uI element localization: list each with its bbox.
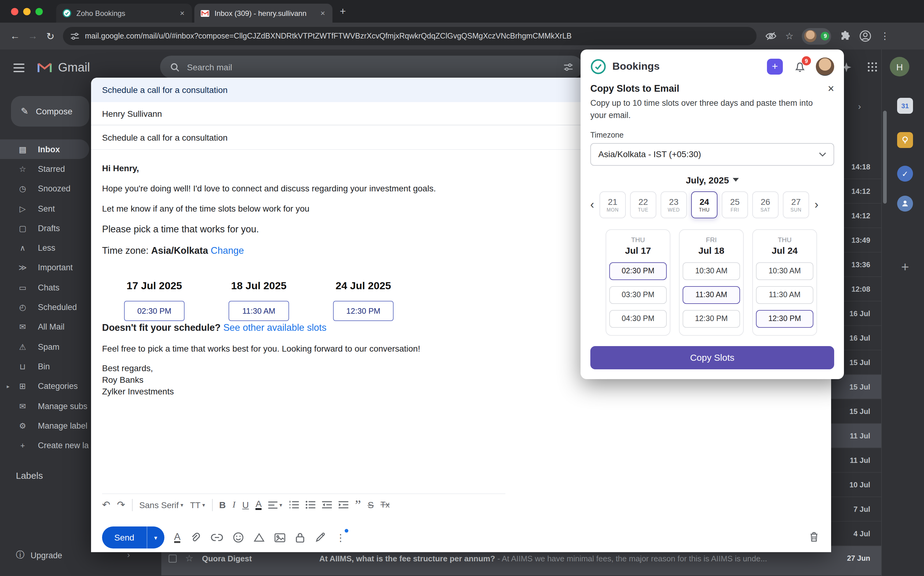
formatting-options-icon[interactable]: A xyxy=(174,532,180,543)
tab-zoho-bookings[interactable]: Zoho Bookings × xyxy=(56,4,192,22)
close-panel-icon[interactable]: × xyxy=(828,85,834,93)
discard-draft-icon[interactable] xyxy=(809,531,819,542)
quote-icon[interactable]: ” xyxy=(355,501,361,509)
week-day-27[interactable]: 27SUN xyxy=(783,191,809,218)
sidebar-item-sent[interactable]: ▷Sent xyxy=(0,199,93,219)
sidebar-item-categories[interactable]: ▸⊞Categories xyxy=(0,376,93,396)
contacts-icon[interactable] xyxy=(897,196,913,211)
attach-file-icon[interactable] xyxy=(190,532,201,543)
user-avatar[interactable] xyxy=(816,58,834,76)
underline-icon[interactable]: U xyxy=(242,499,249,510)
sidebar-item-starred[interactable]: ☆Starred xyxy=(0,159,93,179)
change-timezone-link[interactable]: Change xyxy=(211,245,244,256)
italic-icon[interactable]: I xyxy=(233,499,236,510)
time-slot-button[interactable]: 11:30 AM xyxy=(756,286,813,304)
font-size-selector[interactable]: TT▾ xyxy=(190,500,205,510)
bold-icon[interactable]: B xyxy=(219,499,226,510)
align-icon[interactable]: ▾ xyxy=(268,501,282,509)
scrollbar[interactable] xyxy=(883,111,887,203)
time-slot-button[interactable]: 10:30 AM xyxy=(756,262,813,280)
signature-pen-icon[interactable] xyxy=(315,532,326,543)
numbered-list-icon[interactable] xyxy=(289,501,299,509)
browser-menu-icon[interactable]: ⋮ xyxy=(880,30,889,42)
time-slot-button[interactable]: 12:30 PM xyxy=(683,310,740,328)
copy-slots-button[interactable]: Copy Slots xyxy=(590,346,834,369)
week-day-26[interactable]: 26SAT xyxy=(752,191,779,218)
insert-drive-icon[interactable] xyxy=(254,533,265,542)
week-day-25[interactable]: 25FRI xyxy=(722,191,748,218)
insert-emoji-icon[interactable] xyxy=(233,532,244,543)
get-addons-icon[interactable]: + xyxy=(897,259,913,275)
time-slot-button[interactable]: 11:30 AM xyxy=(683,286,740,304)
undo-icon[interactable]: ↶ xyxy=(102,499,110,510)
close-tab-icon[interactable]: × xyxy=(319,8,326,18)
slot-time-button[interactable]: 12:30 PM xyxy=(333,301,394,321)
main-menu-icon[interactable] xyxy=(13,64,24,72)
week-day-23[interactable]: 23WED xyxy=(661,191,687,218)
browser-profile-icon[interactable] xyxy=(860,30,872,42)
sidebar-item-create-new-la[interactable]: +Create new la xyxy=(0,436,93,456)
extensions-puzzle-icon[interactable] xyxy=(840,30,851,42)
insert-link-icon[interactable] xyxy=(211,534,223,541)
remove-formatting-icon[interactable]: Tx xyxy=(380,500,389,509)
tasks-icon[interactable]: ✓ xyxy=(897,166,913,182)
slot-time-button[interactable]: 11:30 AM xyxy=(228,301,289,321)
email-checkbox[interactable] xyxy=(169,554,177,562)
calendar-icon[interactable]: 31 xyxy=(897,98,913,114)
font-family-selector[interactable]: Sans Serif▾ xyxy=(139,500,184,510)
expand-caret-icon[interactable]: ▸ xyxy=(7,383,10,389)
indent-less-icon[interactable] xyxy=(322,501,332,509)
month-selector[interactable]: July, 2025 xyxy=(581,174,844,185)
gmail-compose-button[interactable]: ✎ Compose xyxy=(11,96,89,126)
search-input[interactable]: Search mail xyxy=(160,56,583,78)
redo-icon[interactable]: ↷ xyxy=(117,499,125,510)
slot-time-button[interactable]: 02:30 PM xyxy=(124,301,185,321)
upgrade-button[interactable]: ⓘ Upgrade xyxy=(16,550,62,561)
next-week-icon[interactable]: › xyxy=(812,198,821,211)
sidebar-item-snoozed[interactable]: ◷Snoozed xyxy=(0,179,93,199)
sidebar-item-less[interactable]: ∧Less xyxy=(0,238,93,258)
sidebar-item-drafts[interactable]: ▢Drafts xyxy=(0,218,93,238)
bookmark-star-icon[interactable]: ☆ xyxy=(785,30,793,42)
forward-button[interactable]: → xyxy=(24,30,41,42)
confidential-lock-icon[interactable] xyxy=(295,532,305,543)
email-star-icon[interactable]: ☆ xyxy=(185,553,193,564)
see-other-slots-link[interactable]: See other available slots xyxy=(223,322,327,333)
previous-week-icon[interactable]: ‹ xyxy=(588,198,597,211)
time-slot-button[interactable]: 02:30 PM xyxy=(609,262,667,280)
sidebar-item-spam[interactable]: ⚠Spam xyxy=(0,337,93,357)
strikethrough-icon[interactable]: S xyxy=(368,499,374,510)
tracking-protection-eye-icon[interactable] xyxy=(765,31,777,41)
sidebar-item-inbox[interactable]: ▤Inbox xyxy=(0,139,89,159)
week-day-21[interactable]: 21MON xyxy=(600,191,626,218)
time-slot-button[interactable]: 12:30 PM xyxy=(756,310,813,328)
sidebar-item-manage-subs[interactable]: ✉Manage subs xyxy=(0,396,93,416)
notifications-bell-icon[interactable]: 9 xyxy=(794,61,806,73)
time-slot-button[interactable]: 10:30 AM xyxy=(683,262,740,280)
time-slot-button[interactable]: 03:30 PM xyxy=(609,286,667,304)
sidebar-item-all-mail[interactable]: ✉All Mail xyxy=(0,317,93,337)
sidebar-item-manage-label[interactable]: ⚙Manage label xyxy=(0,416,93,436)
sidebar-item-bin[interactable]: ⊔Bin xyxy=(0,357,93,377)
new-tab-button[interactable]: + xyxy=(340,5,346,18)
zoom-window-button[interactable] xyxy=(35,8,43,15)
week-day-24[interactable]: 24THU xyxy=(691,191,717,218)
bulleted-list-icon[interactable] xyxy=(306,501,315,509)
zoho-extension-button[interactable]: 9 xyxy=(802,28,831,44)
send-options-arrow[interactable]: ▾ xyxy=(147,526,164,549)
sidebar-item-important[interactable]: ≫Important xyxy=(0,258,93,278)
add-booking-button[interactable]: + xyxy=(767,59,783,75)
gmail-account-avatar[interactable]: H xyxy=(890,57,909,77)
timezone-select[interactable]: Asia/Kolkata - IST (+05:30) xyxy=(590,143,834,165)
send-button[interactable]: Send ▾ xyxy=(102,526,164,549)
sidebar-item-chats[interactable]: ▭Chats xyxy=(0,278,93,298)
close-window-button[interactable] xyxy=(11,8,18,15)
reload-button[interactable]: ↻ xyxy=(41,30,59,42)
search-filter-icon[interactable] xyxy=(563,62,573,72)
indent-more-icon[interactable] xyxy=(338,501,348,509)
sidebar-item-scheduled[interactable]: ◴Scheduled xyxy=(0,298,93,317)
close-tab-icon[interactable]: × xyxy=(179,8,186,18)
text-color-icon[interactable]: A xyxy=(256,499,262,510)
back-button[interactable]: ← xyxy=(6,30,24,42)
tab-inbox[interactable]: Inbox (309) - henry.sullivann × xyxy=(194,4,332,22)
